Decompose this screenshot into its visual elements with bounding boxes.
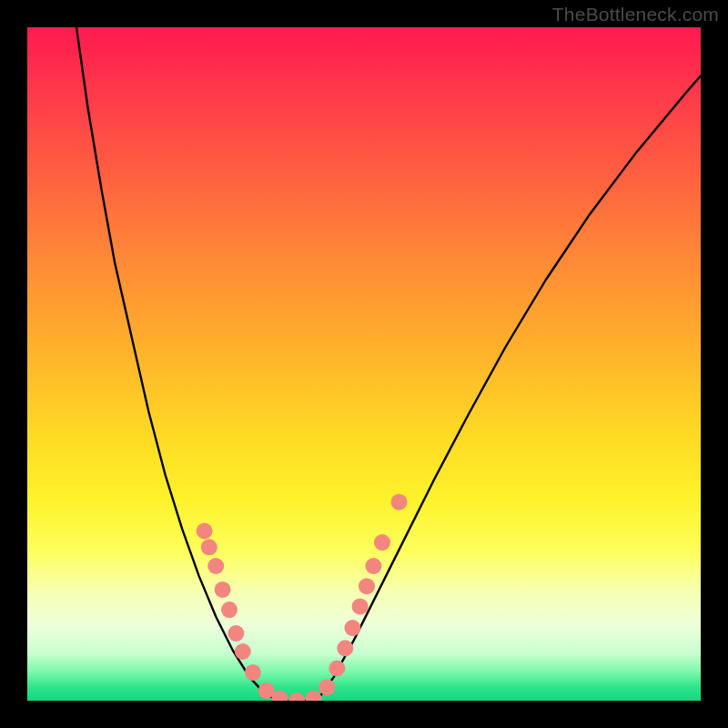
chart-overlay: [27, 27, 701, 701]
data-marker: [374, 534, 390, 551]
data-marker: [207, 558, 224, 574]
bottleneck-curve: [76, 27, 701, 701]
data-marker: [306, 691, 322, 701]
data-marker: [337, 640, 353, 656]
data-marker: [391, 494, 408, 511]
outer-frame: TheBottleneck.com: [0, 0, 728, 728]
data-marker: [344, 620, 360, 636]
data-marker: [288, 693, 305, 701]
data-marker: [245, 664, 261, 681]
data-marker: [359, 578, 375, 594]
data-marker: [235, 643, 251, 660]
plot-area: [27, 27, 701, 701]
data-marker: [329, 661, 345, 677]
watermark-text: TheBottleneck.com: [552, 4, 719, 25]
data-marker: [318, 679, 335, 695]
data-marker: [352, 598, 369, 614]
data-marker: [221, 602, 238, 618]
data-marker: [201, 539, 217, 555]
data-marker: [365, 558, 381, 574]
data-marker: [197, 523, 213, 540]
data-marker: [228, 625, 244, 642]
data-marker: [215, 581, 231, 598]
